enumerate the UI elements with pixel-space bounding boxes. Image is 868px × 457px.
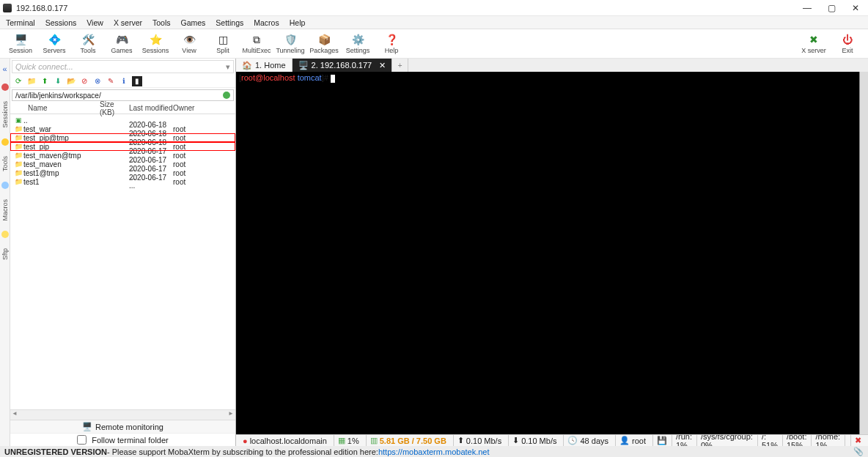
tool-tools[interactable]: 🛠️Tools	[73, 34, 103, 54]
tool-help[interactable]: ❓Help	[377, 34, 406, 54]
folder-icon[interactable]: 📁	[26, 76, 37, 86]
unregistered-label: UNREGISTERED VERSION	[4, 447, 107, 456]
menu-games[interactable]: Games	[180, 18, 205, 27]
sidebar-tab-macros[interactable]: Macros	[1, 199, 9, 221]
maximize-button[interactable]: ▢	[828, 3, 836, 13]
file-row[interactable]: 📁test1@tmp2020-06-17 ...root	[10, 168, 235, 177]
terminal[interactable]: [root@localhost tomcat]#	[236, 72, 868, 434]
x-server-icon: ✖	[809, 34, 818, 47]
home-icon: 🏠	[242, 61, 252, 70]
file-list: ▣..📁test_war2020-06-18 ...root📁test_pip@…	[10, 114, 235, 409]
path-ok-icon	[223, 92, 230, 99]
file-row[interactable]: 📁test_pip@tmp2020-06-18 ...root	[10, 133, 235, 142]
window-title: 192.168.0.177	[16, 4, 67, 12]
follow-terminal-checkbox[interactable]	[77, 435, 87, 445]
tool-sessions[interactable]: ⭐Sessions	[141, 34, 170, 54]
up-icon[interactable]: ⬆	[40, 76, 50, 86]
footer-link[interactable]: https://mobaxterm.mobatek.net	[378, 447, 490, 456]
status-down: ⬇0.10 Mb/s	[508, 435, 560, 446]
sidebar-dot-macros[interactable]	[1, 182, 9, 189]
exit-icon: ⏻	[842, 34, 853, 47]
status-uptime: 🕓48 days	[563, 435, 612, 446]
new-folder-icon[interactable]: 📂	[66, 76, 76, 86]
disk-usage: /run: 1%	[672, 435, 692, 446]
folder-icon: 📁	[13, 160, 23, 168]
servers-icon: 💠	[48, 34, 61, 47]
follow-terminal-row: Follow terminal folder	[10, 433, 235, 446]
status-disks: 💾/run: 1%/sys/fs/cgroup: 0%/: 51%/boot: …	[652, 435, 847, 446]
tab-home[interactable]: 🏠 1. Home	[236, 59, 293, 72]
footer: UNREGISTERED VERSION - Please support Mo…	[0, 446, 868, 457]
tab-close-icon[interactable]: ✕	[379, 61, 386, 70]
file-row[interactable]: 📁test_pip2020-06-18 ...root	[10, 142, 235, 151]
menu-tools[interactable]: Tools	[152, 18, 171, 27]
menu-help[interactable]: Help	[290, 18, 306, 27]
sidebar-dot-sessions[interactable]	[1, 83, 9, 91]
footer-text: - Please support MobaXterm by subscribin…	[107, 447, 378, 456]
tool-packages[interactable]: 📦Packages	[309, 34, 339, 54]
edit-icon[interactable]: ✎	[106, 76, 116, 86]
col-owner[interactable]: Owner	[173, 104, 202, 112]
menu-settings[interactable]: Settings	[216, 18, 243, 27]
h-scrollbar[interactable]	[10, 409, 235, 420]
tool-x-server[interactable]: ✖X server	[799, 34, 828, 54]
disk-usage: /: 51%	[757, 435, 778, 446]
terminal-panel: 🏠 1. Home 🖥️ 2. 192.168.0.177 ✕ + [root@…	[236, 59, 868, 446]
file-row[interactable]: ▣..	[10, 116, 235, 125]
file-row[interactable]: 📁test_maven2020-06-17 ...root	[10, 160, 235, 168]
status-up: ⬆0.10 Mb/s	[453, 435, 505, 446]
tab-add[interactable]: +	[392, 59, 408, 72]
disk-usage: /sys/fs/cgroup: 0%	[696, 435, 753, 446]
sidebar-tab-sessions[interactable]: Sessions	[1, 101, 9, 128]
tool-games[interactable]: 🎮Games	[107, 34, 136, 54]
remote-monitoring-button[interactable]: 🖥️ Remote monitoring	[10, 420, 235, 433]
quick-connect[interactable]: Quick connect...	[12, 60, 234, 73]
refresh-icon[interactable]: ⟳	[13, 76, 23, 86]
tab-session[interactable]: 🖥️ 2. 192.168.0.177 ✕	[293, 59, 393, 72]
tool-exit[interactable]: ⏻Exit	[833, 34, 862, 54]
sidebar-tab-sftp[interactable]: Sftp	[1, 248, 9, 260]
path-input[interactable]	[15, 92, 223, 100]
col-modified[interactable]: Last modified	[129, 104, 173, 112]
status-close[interactable]: ✖	[850, 435, 865, 446]
tool-multiexec[interactable]: ⧉MultiExec	[242, 34, 271, 54]
delete-icon[interactable]: ⊘	[79, 76, 89, 86]
tool-servers[interactable]: 💠Servers	[40, 34, 69, 54]
status-cpu: ▦1%	[334, 435, 363, 446]
tool-view[interactable]: 👁️View	[174, 34, 204, 54]
menu-view[interactable]: View	[87, 18, 103, 27]
games-icon: 🎮	[116, 34, 128, 47]
folder-icon: 📁	[13, 125, 23, 133]
file-row[interactable]: 📁test12020-06-17 ...root	[10, 177, 235, 186]
file-row[interactable]: 📁test_maven@tmp2020-06-17 ...root	[10, 151, 235, 160]
menu-terminal[interactable]: Terminal	[6, 18, 35, 27]
menu-macros[interactable]: Macros	[254, 18, 279, 27]
close-button[interactable]: ✕	[852, 3, 859, 13]
minimize-button[interactable]: —	[803, 3, 812, 13]
terminal-tabs: 🏠 1. Home 🖥️ 2. 192.168.0.177 ✕ +	[236, 59, 868, 72]
tool-settings[interactable]: ⚙️Settings	[343, 34, 372, 54]
app-icon	[3, 4, 12, 12]
sidebar-dot-tools[interactable]	[1, 138, 9, 146]
tool-tunneling[interactable]: 🛡️Tunneling	[276, 34, 305, 54]
tool-split[interactable]: ◫Split	[208, 34, 238, 54]
collapse-icon[interactable]: «	[2, 64, 7, 73]
menu-sessions[interactable]: Sessions	[45, 18, 77, 27]
clip-icon[interactable]: 📎	[853, 447, 864, 456]
sidebar-tab-tools[interactable]: Tools	[1, 156, 9, 171]
session-icon: 🖥️	[298, 61, 309, 70]
col-name[interactable]: Name	[13, 104, 100, 112]
menu-x-server[interactable]: X server	[114, 18, 142, 27]
tool-session[interactable]: 🖥️Session	[6, 34, 35, 54]
props-icon[interactable]: ℹ	[119, 76, 129, 86]
folder-icon: 📁	[13, 178, 23, 185]
file-row[interactable]: 📁test_war2020-06-18 ...root	[10, 125, 235, 133]
settings-icon: ⚙️	[352, 34, 364, 47]
terminal-scrollbar[interactable]	[859, 72, 868, 434]
remote-monitoring-label: Remote monitoring	[95, 423, 163, 431]
file-columns: Name Size (KB) Last modified Owner	[10, 103, 235, 114]
download-icon[interactable]: ⬇	[53, 76, 63, 86]
sidebar-dot-sftp[interactable]	[1, 231, 9, 238]
cancel-icon[interactable]: ⊗	[92, 76, 103, 86]
term-icon[interactable]: ▮	[132, 76, 142, 86]
